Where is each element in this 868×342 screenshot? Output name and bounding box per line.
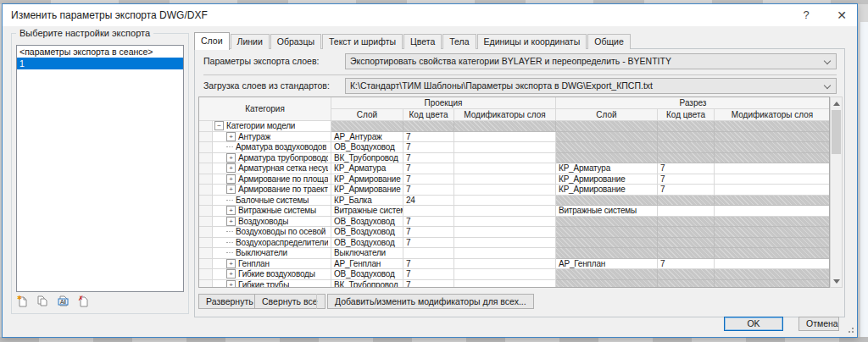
colorcode-cell[interactable]: 7 (658, 163, 715, 174)
colorcode-cell[interactable]: 24 (403, 196, 454, 207)
modifiers-cell[interactable] (454, 121, 556, 132)
tab-5[interactable]: Цвета (403, 34, 442, 49)
row-selector[interactable] (199, 227, 213, 238)
row-selector[interactable] (199, 259, 213, 270)
colorcode-cell[interactable]: 7 (403, 163, 454, 174)
layers-standard-combobox[interactable]: К:\Стандарт\ТИМ Шаблоны\Параметры экспор… (345, 78, 837, 94)
layer-cell[interactable]: КР_Арматура (556, 163, 658, 174)
category-cell[interactable]: +Арматурная сетка несущей конс... (213, 163, 331, 174)
layer-cell[interactable]: КР_Арматура (331, 163, 403, 174)
colorcode-cell[interactable]: 7 (658, 185, 715, 196)
modifiers-cell[interactable] (715, 185, 829, 196)
table-vertical-scrollbar[interactable] (830, 97, 843, 288)
layer-cell[interactable]: Витражные системы (331, 206, 403, 217)
colorcode-cell[interactable] (658, 196, 715, 207)
column-header-modifiers[interactable]: Модификаторы слоя (715, 109, 830, 121)
colorcode-cell[interactable]: 7 (403, 153, 454, 164)
colorcode-cell[interactable] (658, 142, 715, 153)
colorcode-cell[interactable]: 7 (403, 259, 454, 270)
row-selector[interactable] (199, 217, 213, 228)
column-header-layer[interactable]: Слой (331, 109, 403, 121)
category-cell[interactable]: +Армирование по площади несу... (213, 174, 331, 185)
modifiers-cell[interactable] (454, 174, 556, 185)
tab-6[interactable]: Тела (442, 34, 476, 49)
title-bar[interactable]: Изменить параметры экспорта DWG/DXF ? ✕ (3, 4, 857, 26)
scroll-down-icon[interactable] (831, 275, 842, 287)
expand-icon[interactable]: + (226, 217, 236, 226)
colorcode-cell[interactable]: 7 (658, 174, 715, 185)
row-selector[interactable] (199, 248, 213, 259)
layer-cell[interactable]: КР_Армирование (556, 174, 658, 185)
row-selector[interactable] (199, 196, 213, 207)
modifiers-cell[interactable] (715, 142, 829, 153)
modifiers-cell[interactable] (454, 238, 556, 249)
layer-cell[interactable] (556, 227, 658, 238)
expand-icon[interactable]: + (226, 132, 236, 141)
row-selector[interactable] (199, 174, 213, 185)
category-cell[interactable]: Балочные системы (213, 196, 331, 207)
resize-grip-icon[interactable] (847, 328, 854, 334)
category-cell[interactable]: +Армирование по траектории не... (213, 185, 331, 196)
colorcode-cell[interactable]: 7 (403, 132, 454, 143)
new-setup-icon[interactable]: ✱ (14, 294, 31, 308)
modifiers-cell[interactable] (715, 217, 829, 228)
modifiers-cell[interactable] (454, 142, 556, 153)
expand-icon[interactable]: + (226, 174, 236, 184)
colorcode-cell[interactable]: 7 (403, 280, 454, 289)
colorcode-cell[interactable] (658, 269, 715, 280)
expand-icon[interactable]: + (226, 259, 236, 268)
colorcode-cell[interactable]: 7 (403, 142, 454, 153)
row-selector[interactable] (199, 185, 213, 196)
modifiers-cell[interactable] (715, 280, 829, 289)
duplicate-setup-icon[interactable] (35, 294, 51, 308)
category-cell[interactable]: +Воздуховоды (213, 217, 331, 228)
colorcode-cell[interactable] (658, 132, 715, 143)
colorcode-cell[interactable]: 7 (403, 185, 454, 196)
modifiers-cell[interactable] (715, 163, 829, 174)
layer-cell[interactable]: Витражные системы (556, 206, 658, 217)
export-setups-list[interactable]: <параметры экспорта в сеансе>1 (16, 45, 184, 292)
category-cell[interactable]: Воздуховоды по осевой (213, 227, 331, 238)
row-selector[interactable] (199, 206, 213, 217)
colorcode-cell[interactable] (658, 153, 715, 164)
colorcode-cell[interactable] (658, 121, 715, 132)
modifiers-cell[interactable] (715, 238, 829, 249)
layer-cell[interactable]: КР_Армирование (331, 185, 403, 196)
modifiers-cell[interactable] (454, 248, 556, 259)
category-cell[interactable]: +Генплан (213, 259, 331, 270)
tab-8[interactable]: Общие (587, 34, 631, 49)
layer-cell[interactable] (556, 153, 658, 164)
list-item[interactable]: <параметры экспорта в сеансе> (17, 46, 183, 58)
layer-cell[interactable] (556, 269, 658, 280)
row-selector[interactable] (199, 132, 213, 143)
layer-cell[interactable] (556, 132, 658, 143)
modifiers-cell[interactable] (454, 153, 556, 164)
row-selector[interactable] (199, 153, 213, 164)
category-cell[interactable]: Арматура воздуховодов (213, 142, 331, 153)
layer-cell[interactable]: АР_Антураж (331, 132, 403, 143)
column-header-layer[interactable]: Слой (556, 109, 658, 121)
help-button[interactable]: ? (798, 8, 815, 23)
row-selector[interactable] (199, 238, 213, 249)
colorcode-cell[interactable]: 7 (658, 259, 715, 270)
tab-3[interactable]: Образцы (270, 34, 321, 49)
close-button[interactable]: ✕ (833, 8, 850, 23)
row-selector[interactable] (199, 269, 213, 280)
layer-cell[interactable] (556, 280, 658, 289)
modifiers-cell[interactable] (454, 280, 556, 289)
ok-button[interactable]: OK (724, 317, 783, 331)
expand-icon[interactable]: + (226, 206, 236, 215)
tab-2[interactable]: Линии (231, 34, 270, 49)
row-selector[interactable] (199, 163, 213, 174)
modifiers-cell[interactable] (454, 132, 556, 143)
layer-cell[interactable]: КР_Армирование (331, 174, 403, 185)
layer-cell[interactable]: ОВ_Воздуховод (331, 238, 403, 249)
category-cell[interactable]: Воздухораспределители (213, 238, 331, 249)
modifiers-cell[interactable] (454, 217, 556, 228)
colorcode-cell[interactable] (403, 121, 454, 132)
layer-cell[interactable]: ОВ_Воздуховод (331, 269, 403, 280)
tab-4[interactable]: Текст и шрифты (322, 34, 403, 49)
colorcode-cell[interactable] (658, 217, 715, 228)
collapse-all-button[interactable]: Свернуть все (254, 294, 326, 309)
category-cell[interactable]: −Категории модели (213, 121, 331, 132)
